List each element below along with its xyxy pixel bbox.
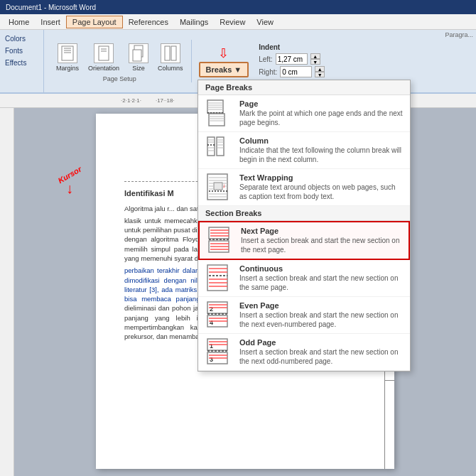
indent-left-label: Left:: [259, 55, 272, 63]
breaks-label: Breaks: [206, 65, 232, 74]
breaks-dropdown-arrow: ▼: [234, 65, 242, 74]
svg-text:↓: ↓: [222, 183, 225, 189]
break-next-page-icon: [207, 227, 234, 254]
menu-review[interactable]: Review: [214, 16, 251, 28]
menu-home[interactable]: Home: [3, 16, 35, 28]
svg-text:4: 4: [210, 319, 213, 326]
ruler-vertical: [0, 108, 14, 476]
page-setup-group: Margins Orientation: [48, 40, 192, 82]
page-breaks-header: Page Breaks: [198, 80, 410, 95]
break-odd-page-icon: 1 3: [205, 338, 232, 365]
menu-insert[interactable]: Insert: [35, 16, 66, 28]
break-text-wrapping-desc: Separate text around objects on web page…: [239, 183, 403, 201]
break-page-icon: [205, 99, 232, 126]
break-text-wrapping-title: Text Wrapping: [239, 173, 403, 182]
break-page-item[interactable]: Page Mark the point at which one page en…: [198, 95, 410, 132]
orientation-button[interactable]: Orientation: [85, 41, 123, 74]
break-continuous-icon: [205, 264, 232, 291]
svg-rect-35: [214, 183, 222, 190]
fonts-item[interactable]: Fonts: [1, 45, 42, 57]
break-even-page-desc: Insert a section break and start the new…: [239, 310, 403, 329]
svg-rect-17: [209, 114, 225, 126]
indent-section: Indent Left: ▲ ▼ Right: ▲ ▼: [256, 42, 328, 80]
menu-bar: Home Insert Page Layout References Maili…: [0, 14, 476, 30]
columns-button[interactable]: Columns: [154, 41, 187, 74]
break-continuous-title: Continuous: [239, 264, 403, 273]
break-column-item[interactable]: Column Indicate that the text following …: [198, 132, 410, 169]
svg-rect-4: [99, 46, 109, 60]
page-setup-label: Page Setup: [103, 75, 136, 82]
columns-label: Columns: [158, 65, 183, 72]
break-even-page-title: Even Page: [239, 301, 403, 310]
break-column-title: Column: [239, 136, 403, 145]
menu-references[interactable]: References: [123, 16, 174, 28]
break-column-text: Column Indicate that the text following …: [239, 136, 403, 164]
break-text-wrapping-item[interactable]: ↓ Text Wrapping Separate text around obj…: [198, 169, 410, 206]
break-next-page-text: Next Page Insert a section break and sta…: [241, 227, 401, 254]
size-label: Size: [132, 65, 145, 72]
break-page-text: Page Mark the point at which one page en…: [239, 99, 403, 127]
break-text-wrapping-text: Text Wrapping Separate text around objec…: [239, 173, 403, 201]
break-page-desc: Mark the point at which one page ends an…: [239, 109, 403, 127]
columns-icon: [161, 43, 180, 63]
ribbon-left-panel: Colors Fonts Effects: [0, 30, 44, 92]
section-breaks-header: Section Breaks: [198, 206, 410, 221]
indent-left-up[interactable]: ▲: [310, 53, 320, 59]
effects-item[interactable]: Effects: [1, 57, 42, 69]
kursor-area: Kursor ↓: [57, 171, 82, 197]
break-continuous-desc: Insert a section break and start the new…: [239, 274, 403, 292]
break-continuous-text: Continuous Insert a section break and st…: [239, 264, 403, 292]
indent-right-spinner[interactable]: ▲ ▼: [315, 66, 325, 77]
break-odd-page-text: Odd Page Insert a section break and star…: [239, 338, 403, 366]
menu-view[interactable]: View: [251, 16, 279, 28]
size-button[interactable]: Size: [125, 41, 152, 74]
break-page-title: Page: [239, 99, 403, 108]
title-text: Document1 - Microsoft Word: [6, 4, 96, 11]
indent-left-down[interactable]: ▼: [310, 59, 320, 65]
indent-left-input[interactable]: [276, 53, 308, 65]
break-even-page-icon: 2 4: [205, 301, 232, 328]
kursor-arrow-icon: ↓: [66, 180, 73, 197]
indent-left-spinner[interactable]: ▲ ▼: [310, 53, 320, 65]
indent-right-label: Right:: [259, 68, 277, 76]
size-icon: [129, 43, 148, 63]
margins-label: Margins: [56, 65, 79, 72]
margins-button[interactable]: Margins: [53, 41, 82, 74]
svg-rect-8: [133, 50, 141, 61]
break-column-desc: Indicate that the text following the col…: [239, 146, 403, 164]
orientation-icon: [94, 43, 114, 63]
breaks-button[interactable]: Breaks ▼: [199, 62, 249, 77]
break-even-page-item[interactable]: 2 4 Even Page Insert a section break and…: [198, 297, 410, 334]
menu-page-layout[interactable]: Page Layout: [66, 16, 123, 28]
indent-right-down[interactable]: ▼: [315, 72, 325, 77]
svg-rect-11: [207, 100, 223, 113]
svg-text:1: 1: [210, 342, 213, 350]
breaks-arrow-indicator: ⇧: [218, 45, 229, 60]
break-continuous-item[interactable]: Continuous Insert a section break and st…: [198, 260, 410, 297]
svg-text:3: 3: [210, 356, 213, 363]
svg-rect-10: [171, 46, 176, 60]
indent-right-input[interactable]: [280, 66, 312, 77]
break-text-wrapping-icon: ↓: [205, 173, 232, 200]
paragraph-label: Paragra...: [445, 31, 473, 38]
break-odd-page-title: Odd Page: [239, 338, 403, 347]
colors-item[interactable]: Colors: [1, 33, 42, 45]
break-odd-page-item[interactable]: 1 3 Odd Page Insert a section break and …: [198, 334, 410, 371]
break-even-page-text: Even Page Insert a section break and sta…: [239, 301, 403, 329]
indent-header: Indent: [259, 43, 325, 51]
indent-right-up[interactable]: ▲: [315, 66, 325, 72]
svg-text:2: 2: [210, 305, 213, 313]
svg-rect-9: [165, 46, 170, 60]
page-setup-buttons: Margins Orientation: [53, 41, 187, 74]
break-next-page-desc: Insert a section break and start the new…: [241, 236, 401, 254]
break-next-page-title: Next Page: [241, 227, 401, 235]
break-odd-page-desc: Insert a section break and start the new…: [239, 347, 403, 366]
menu-mailings[interactable]: Mailings: [174, 16, 214, 28]
margins-icon: [58, 43, 77, 63]
breaks-dropdown: Page Breaks Page Mark the point at which…: [198, 80, 411, 372]
break-next-page-item[interactable]: Next Page Insert a section break and sta…: [198, 221, 410, 260]
orientation-label: Orientation: [88, 65, 119, 72]
title-bar: Document1 - Microsoft Word: [0, 0, 476, 14]
break-column-icon: [205, 136, 232, 163]
